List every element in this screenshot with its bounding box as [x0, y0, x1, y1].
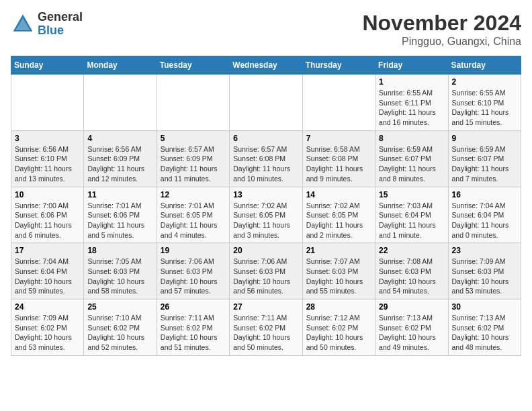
day-info: Sunrise: 6:55 AMSunset: 6:11 PMDaylight:…	[379, 88, 444, 128]
calendar-cell: 15Sunrise: 7:03 AMSunset: 6:04 PMDayligh…	[375, 187, 448, 243]
logo-general: General	[38, 11, 83, 24]
day-info: Sunrise: 6:58 AMSunset: 6:08 PMDaylight:…	[306, 144, 371, 184]
logo-icon	[11, 12, 35, 36]
day-number: 7	[306, 134, 371, 143]
calendar-cell: 26Sunrise: 7:11 AMSunset: 6:02 PMDayligh…	[157, 300, 229, 356]
calendar-week-4: 17Sunrise: 7:04 AMSunset: 6:04 PMDayligh…	[11, 243, 521, 300]
calendar-cell	[230, 75, 302, 131]
calendar-cell: 20Sunrise: 7:06 AMSunset: 6:03 PMDayligh…	[230, 243, 302, 300]
calendar-week-2: 3Sunrise: 6:56 AMSunset: 6:10 PMDaylight…	[11, 130, 521, 187]
calendar-cell: 12Sunrise: 7:01 AMSunset: 6:05 PMDayligh…	[157, 187, 229, 243]
page-subtitle: Pingguo, Guangxi, China	[362, 36, 521, 48]
calendar-cell: 11Sunrise: 7:01 AMSunset: 6:06 PMDayligh…	[84, 187, 157, 243]
calendar-cell	[157, 75, 229, 131]
day-info: Sunrise: 7:00 AMSunset: 6:06 PMDaylight:…	[15, 201, 80, 240]
calendar-cell: 25Sunrise: 7:10 AMSunset: 6:02 PMDayligh…	[84, 300, 157, 356]
calendar-week-5: 24Sunrise: 7:09 AMSunset: 6:02 PMDayligh…	[11, 300, 521, 356]
calendar-cell: 8Sunrise: 6:59 AMSunset: 6:07 PMDaylight…	[375, 130, 448, 187]
calendar-cell: 17Sunrise: 7:04 AMSunset: 6:04 PMDayligh…	[11, 243, 84, 300]
logo: General Blue	[11, 11, 83, 38]
calendar-cell: 18Sunrise: 7:05 AMSunset: 6:03 PMDayligh…	[84, 243, 157, 300]
calendar-cell: 29Sunrise: 7:13 AMSunset: 6:02 PMDayligh…	[375, 300, 448, 356]
title-block: November 2024 Pingguo, Guangxi, China	[362, 11, 521, 48]
day-number: 23	[452, 246, 517, 255]
calendar-week-1: 1Sunrise: 6:55 AMSunset: 6:11 PMDaylight…	[11, 75, 521, 131]
day-info: Sunrise: 7:03 AMSunset: 6:04 PMDaylight:…	[379, 201, 444, 240]
calendar-cell: 4Sunrise: 6:56 AMSunset: 6:09 PMDaylight…	[84, 130, 157, 187]
calendar-cell: 1Sunrise: 6:55 AMSunset: 6:11 PMDaylight…	[375, 75, 448, 131]
day-number: 22	[379, 246, 444, 255]
day-info: Sunrise: 7:02 AMSunset: 6:05 PMDaylight:…	[233, 201, 298, 240]
day-number: 12	[161, 190, 226, 199]
day-info: Sunrise: 7:02 AMSunset: 6:05 PMDaylight:…	[306, 201, 371, 240]
day-info: Sunrise: 7:09 AMSunset: 6:03 PMDaylight:…	[452, 257, 517, 296]
day-info: Sunrise: 6:55 AMSunset: 6:10 PMDaylight:…	[452, 88, 517, 128]
calendar-week-3: 10Sunrise: 7:00 AMSunset: 6:06 PMDayligh…	[11, 187, 521, 243]
day-info: Sunrise: 7:06 AMSunset: 6:03 PMDaylight:…	[161, 257, 226, 296]
logo-text: General Blue	[38, 11, 83, 38]
day-number: 4	[87, 134, 152, 143]
calendar-cell: 2Sunrise: 6:55 AMSunset: 6:10 PMDaylight…	[448, 75, 521, 131]
day-number: 17	[15, 246, 80, 255]
day-number: 13	[233, 190, 298, 199]
day-number: 1	[379, 77, 444, 87]
calendar-cell: 6Sunrise: 6:57 AMSunset: 6:08 PMDaylight…	[230, 130, 302, 187]
calendar-cell: 9Sunrise: 6:59 AMSunset: 6:07 PMDaylight…	[448, 130, 521, 187]
day-info: Sunrise: 7:10 AMSunset: 6:02 PMDaylight:…	[87, 313, 152, 353]
weekday-row: SundayMondayTuesdayWednesdayThursdayFrid…	[11, 56, 521, 75]
day-info: Sunrise: 6:59 AMSunset: 6:07 PMDaylight:…	[452, 144, 517, 184]
day-info: Sunrise: 7:12 AMSunset: 6:02 PMDaylight:…	[306, 313, 371, 353]
calendar-cell: 24Sunrise: 7:09 AMSunset: 6:02 PMDayligh…	[11, 300, 84, 356]
day-number: 24	[15, 302, 80, 312]
day-info: Sunrise: 7:08 AMSunset: 6:03 PMDaylight:…	[379, 257, 444, 296]
day-number: 20	[233, 246, 298, 255]
calendar-cell: 14Sunrise: 7:02 AMSunset: 6:05 PMDayligh…	[302, 187, 375, 243]
day-number: 5	[161, 134, 226, 143]
day-number: 6	[233, 134, 298, 143]
calendar-cell: 3Sunrise: 6:56 AMSunset: 6:10 PMDaylight…	[11, 130, 84, 187]
day-info: Sunrise: 7:11 AMSunset: 6:02 PMDaylight:…	[161, 313, 226, 353]
weekday-header-saturday: Saturday	[448, 56, 521, 75]
calendar-cell: 27Sunrise: 7:11 AMSunset: 6:02 PMDayligh…	[230, 300, 302, 356]
calendar-table: SundayMondayTuesdayWednesdayThursdayFrid…	[11, 56, 521, 356]
day-number: 16	[452, 190, 517, 199]
day-number: 28	[306, 302, 371, 312]
day-number: 25	[87, 302, 152, 312]
day-info: Sunrise: 7:13 AMSunset: 6:02 PMDaylight:…	[452, 313, 517, 353]
day-number: 19	[161, 246, 226, 255]
day-info: Sunrise: 6:57 AMSunset: 6:09 PMDaylight:…	[161, 144, 226, 184]
calendar-cell: 5Sunrise: 6:57 AMSunset: 6:09 PMDaylight…	[157, 130, 229, 187]
day-info: Sunrise: 7:09 AMSunset: 6:02 PMDaylight:…	[15, 313, 80, 353]
calendar-cell: 19Sunrise: 7:06 AMSunset: 6:03 PMDayligh…	[157, 243, 229, 300]
day-number: 14	[306, 190, 371, 199]
calendar-cell: 28Sunrise: 7:12 AMSunset: 6:02 PMDayligh…	[302, 300, 375, 356]
weekday-header-tuesday: Tuesday	[157, 56, 229, 75]
day-number: 10	[15, 190, 80, 199]
calendar-cell: 13Sunrise: 7:02 AMSunset: 6:05 PMDayligh…	[230, 187, 302, 243]
day-info: Sunrise: 6:59 AMSunset: 6:07 PMDaylight:…	[379, 144, 444, 184]
calendar-cell	[11, 75, 84, 131]
day-info: Sunrise: 7:01 AMSunset: 6:06 PMDaylight:…	[87, 201, 152, 240]
day-info: Sunrise: 7:13 AMSunset: 6:02 PMDaylight:…	[379, 313, 444, 353]
day-info: Sunrise: 7:01 AMSunset: 6:05 PMDaylight:…	[161, 201, 226, 240]
calendar-cell: 7Sunrise: 6:58 AMSunset: 6:08 PMDaylight…	[302, 130, 375, 187]
day-number: 2	[452, 77, 517, 87]
calendar-cell: 21Sunrise: 7:07 AMSunset: 6:03 PMDayligh…	[302, 243, 375, 300]
day-info: Sunrise: 6:56 AMSunset: 6:10 PMDaylight:…	[15, 144, 80, 184]
day-info: Sunrise: 7:05 AMSunset: 6:03 PMDaylight:…	[87, 257, 152, 296]
day-info: Sunrise: 7:07 AMSunset: 6:03 PMDaylight:…	[306, 257, 371, 296]
page-title: November 2024	[362, 11, 521, 36]
day-number: 9	[452, 134, 517, 143]
weekday-header-thursday: Thursday	[302, 56, 375, 75]
calendar-cell: 23Sunrise: 7:09 AMSunset: 6:03 PMDayligh…	[448, 243, 521, 300]
calendar-body: 1Sunrise: 6:55 AMSunset: 6:11 PMDaylight…	[11, 75, 521, 356]
page-header: General Blue November 2024 Pingguo, Guan…	[11, 11, 521, 48]
day-number: 8	[379, 134, 444, 143]
calendar-cell: 30Sunrise: 7:13 AMSunset: 6:02 PMDayligh…	[448, 300, 521, 356]
calendar-header: SundayMondayTuesdayWednesdayThursdayFrid…	[11, 56, 521, 75]
day-number: 18	[87, 246, 152, 255]
weekday-header-monday: Monday	[84, 56, 157, 75]
day-number: 30	[452, 302, 517, 312]
weekday-header-friday: Friday	[375, 56, 448, 75]
day-number: 27	[233, 302, 298, 312]
